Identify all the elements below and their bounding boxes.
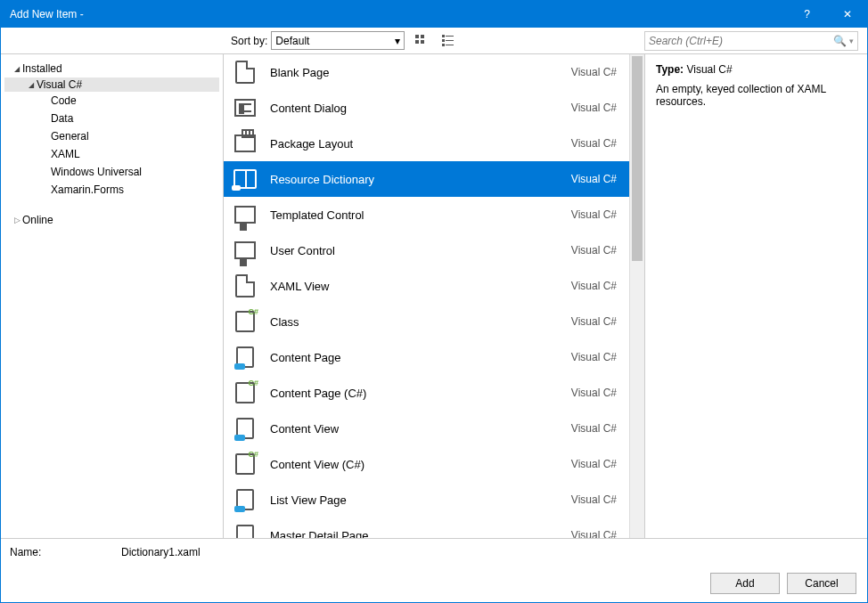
template-item[interactable]: Package LayoutVisual C# (224, 126, 629, 161)
template-item[interactable]: Resource DictionaryVisual C# (224, 161, 629, 197)
svg-rect-3 (421, 40, 424, 44)
tree-label: XAML (51, 148, 80, 160)
sort-by-combo[interactable]: Default ▾ (271, 31, 405, 50)
template-item[interactable]: Content PageVisual C# (224, 339, 629, 375)
template-item[interactable]: Content ViewVisual C# (224, 411, 629, 446)
cs-icon (233, 380, 258, 405)
template-language: Visual C# (571, 458, 617, 470)
tree-node-child[interactable]: Xamarin.Forms (4, 183, 219, 197)
ctrl-icon (233, 202, 258, 227)
search-input[interactable] (649, 35, 831, 47)
help-icon: ? (804, 8, 810, 20)
template-name: Content View (270, 422, 571, 436)
template-item[interactable]: Templated ControlVisual C# (224, 197, 629, 232)
caret-icon (26, 80, 37, 89)
template-item[interactable]: List View PageVisual C# (224, 482, 629, 517)
view-medium-icons-button[interactable] (412, 31, 431, 51)
template-name: Resource Dictionary (270, 173, 571, 186)
description-pane: Type: Visual C# An empty, keyed collecti… (644, 54, 867, 538)
view-small-icons-button[interactable] (438, 31, 458, 51)
tree-node-child[interactable]: Code (4, 94, 219, 108)
svg-rect-7 (446, 40, 454, 41)
toolbar: Sort by: Default ▾ 🔍 ▾ (1, 28, 867, 54)
template-name: User Control (270, 244, 571, 257)
tree-node-child[interactable]: General (4, 129, 219, 143)
footer: Add Cancel (1, 565, 867, 602)
cs-icon (233, 309, 258, 334)
list-icon (441, 34, 455, 48)
tree-node-child[interactable]: Data (4, 111, 219, 126)
template-name: XAML View (270, 280, 571, 293)
template-language: Visual C# (571, 387, 617, 399)
doc-icon (233, 273, 258, 298)
template-language: Visual C# (571, 315, 617, 328)
template-language: Visual C# (571, 66, 617, 78)
svg-rect-8 (442, 44, 445, 46)
help-button[interactable]: ? (787, 1, 827, 28)
tree-node-child[interactable]: XAML (4, 147, 219, 161)
template-language: Visual C# (571, 173, 617, 185)
template-language: Visual C# (571, 244, 617, 257)
template-name: Content View (C#) (270, 458, 571, 471)
template-language: Visual C# (571, 493, 617, 506)
grid-icon (414, 34, 429, 48)
add-button[interactable]: Add (710, 573, 780, 594)
docblue-icon (233, 345, 258, 370)
tree-label: Installed (22, 62, 62, 75)
category-tree: Installed Visual C# CodeDataGeneralXAMLW… (1, 54, 224, 538)
name-row: Name: (1, 538, 867, 565)
tree-label: Visual C# (37, 78, 82, 91)
template-item[interactable]: ClassVisual C# (224, 304, 629, 339)
template-item[interactable]: Content Page (C#)Visual C# (224, 375, 629, 411)
template-language: Visual C# (571, 102, 617, 114)
template-item[interactable]: XAML ViewVisual C# (224, 268, 629, 304)
ctrl-icon (233, 238, 258, 263)
docblue-icon (233, 416, 258, 441)
svg-rect-6 (442, 39, 445, 42)
docblue-icon (233, 523, 258, 538)
template-name: Content Dialog (270, 102, 571, 115)
content: Installed Visual C# CodeDataGeneralXAMLW… (1, 54, 867, 538)
scrollbar[interactable] (629, 54, 644, 538)
template-item[interactable]: User ControlVisual C# (224, 232, 629, 268)
scrollbar-thumb[interactable] (632, 56, 643, 261)
tree-label: Code (51, 94, 77, 107)
template-language: Visual C# (571, 351, 617, 363)
template-item[interactable]: Content DialogVisual C# (224, 90, 629, 126)
template-item[interactable]: Blank PageVisual C# (224, 54, 629, 90)
svg-rect-1 (421, 35, 424, 38)
tree-label: General (51, 130, 89, 143)
tree-node-child[interactable]: Windows Universal (4, 165, 219, 179)
book-icon (233, 167, 258, 191)
template-name: Package Layout (270, 137, 571, 151)
window-title: Add New Item - (10, 8, 787, 20)
tree-label: Windows Universal (51, 166, 142, 178)
template-name: Class (270, 315, 571, 329)
template-item[interactable]: Master Detail PageVisual C# (224, 517, 629, 538)
template-language: Visual C# (571, 137, 617, 150)
tree-label: Online (22, 214, 53, 226)
svg-rect-0 (415, 35, 419, 38)
close-button[interactable]: ✕ (827, 1, 867, 28)
tree-label: Xamarin.Forms (51, 183, 124, 196)
tree-node-online[interactable]: Online (4, 213, 219, 227)
cs-icon (233, 452, 258, 477)
titlebar: Add New Item - ? ✕ (1, 1, 867, 28)
name-input[interactable] (117, 543, 858, 561)
cancel-button[interactable]: Cancel (787, 573, 856, 594)
template-list[interactable]: Blank PageVisual C#Content DialogVisual … (224, 54, 629, 538)
docblue-icon (233, 487, 258, 512)
doc-icon (233, 60, 258, 85)
search-dropdown-icon[interactable]: ▾ (849, 37, 854, 45)
template-name: List View Page (270, 493, 571, 507)
template-item[interactable]: Content View (C#)Visual C# (224, 446, 629, 482)
search-icon[interactable]: 🔍 (831, 35, 848, 47)
template-language: Visual C# (571, 422, 617, 435)
search-box[interactable]: 🔍 ▾ (644, 31, 858, 51)
tree-node-visual-csharp[interactable]: Visual C# (4, 77, 219, 92)
tree-node-installed[interactable]: Installed (4, 61, 219, 76)
tree-label: Data (51, 112, 73, 125)
template-name: Content Page (C#) (270, 387, 571, 400)
template-language: Visual C# (571, 280, 617, 292)
sort-by-label: Sort by: (231, 35, 267, 47)
